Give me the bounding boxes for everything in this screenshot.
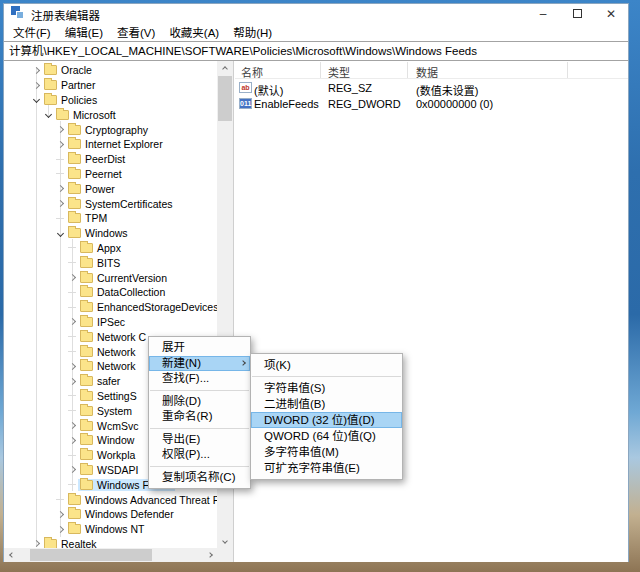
tree-item-windows-nt[interactable]: Windows NT xyxy=(4,522,217,537)
folder-icon xyxy=(80,465,93,475)
tree-item-windows[interactable]: Windows xyxy=(4,226,217,241)
context-menu-item-permissions[interactable]: 权限(P)... xyxy=(149,447,250,463)
scroll-right-icon[interactable] xyxy=(202,548,217,562)
value-name: EnableFeeds xyxy=(254,98,319,110)
chevron-right-icon[interactable] xyxy=(54,186,66,191)
context-menu-item-rename[interactable]: 重命名(R) xyxy=(149,409,250,425)
folder-icon xyxy=(44,95,57,105)
value-row-default[interactable]: ab(默认)REG_SZ(数值未设置) xyxy=(235,80,628,96)
chevron-right-icon[interactable] xyxy=(54,142,66,147)
column-divider[interactable] xyxy=(320,62,321,78)
menu-bar: 文件(F)编辑(E)查看(V)收藏夹(A)帮助(H) xyxy=(4,23,628,41)
tree-item-partner[interactable]: Partner xyxy=(4,78,217,93)
chevron-right-icon[interactable] xyxy=(66,275,78,280)
chevron-right-icon[interactable] xyxy=(30,83,42,88)
tree-item-policies[interactable]: Policies xyxy=(4,93,217,108)
chevron-right-icon[interactable] xyxy=(66,423,78,428)
tree-item-peernet[interactable]: Peernet xyxy=(4,167,217,182)
chevron-right-icon[interactable] xyxy=(66,467,78,472)
column-header-data[interactable]: 数据 xyxy=(416,64,438,80)
value-type: REG_SZ xyxy=(328,82,372,94)
chevron-right-icon[interactable] xyxy=(66,364,78,369)
chevron-down-icon[interactable] xyxy=(54,231,66,236)
tree-leaf-stub xyxy=(54,159,66,160)
chevron-right-icon[interactable] xyxy=(54,127,66,132)
submenu-item-string-value[interactable]: 字符串值(S) xyxy=(251,380,402,396)
folder-icon xyxy=(80,317,93,327)
folder-icon xyxy=(80,258,93,268)
submenu-item-dword-value[interactable]: DWORD (32 位)值(D) xyxy=(251,412,402,428)
context-menu-item-export[interactable]: 导出(E) xyxy=(149,432,250,448)
menubar-item-favorites[interactable]: 收藏夹(A) xyxy=(162,22,226,42)
tree-item-cryptography[interactable]: Cryptography xyxy=(4,122,217,137)
tree-leaf-stub xyxy=(54,173,66,174)
menubar-item-help[interactable]: 帮助(H) xyxy=(226,22,279,42)
chevron-right-icon[interactable] xyxy=(54,201,66,206)
tree-horizontal-scrollbar[interactable] xyxy=(4,548,217,562)
horizontal-scroll-thumb[interactable] xyxy=(30,549,152,561)
column-divider[interactable] xyxy=(567,62,568,78)
menubar-item-file[interactable]: 文件(F) xyxy=(6,22,58,42)
chevron-right-icon[interactable] xyxy=(66,379,78,384)
column-header-name[interactable]: 名称 xyxy=(241,64,263,80)
tree-item-power[interactable]: Power xyxy=(4,181,217,196)
submenu-item-qword-value[interactable]: QWORD (64 位)值(Q) xyxy=(251,428,402,444)
minimize-button[interactable]: – xyxy=(526,4,560,23)
tree-leaf-stub xyxy=(66,247,78,248)
tree-leaf-stub xyxy=(66,307,78,308)
tree-item-datacollection[interactable]: DataCollection xyxy=(4,285,217,300)
tree-item-appx[interactable]: Appx xyxy=(4,241,217,256)
submenu-item-expandable-string-value[interactable]: 可扩充字符串值(E) xyxy=(251,460,402,476)
context-menu-item-expand[interactable]: 展开 xyxy=(149,340,250,356)
chevron-right-icon[interactable] xyxy=(30,68,42,73)
menubar-item-edit[interactable]: 编辑(E) xyxy=(58,22,110,42)
menu-separator xyxy=(150,428,249,429)
chevron-right-icon[interactable] xyxy=(54,512,66,517)
tree-item-microsoft[interactable]: Microsoft xyxy=(4,107,217,122)
chevron-down-icon[interactable] xyxy=(30,97,42,102)
menubar-item-view[interactable]: 查看(V) xyxy=(110,22,162,42)
window-title: 注册表编辑器 xyxy=(31,7,100,23)
tree-item-windows-defender[interactable]: Windows Defender xyxy=(4,507,217,522)
chevron-down-icon[interactable] xyxy=(42,112,54,117)
context-menu-item-find[interactable]: 查找(F)... xyxy=(149,371,250,387)
chevron-right-icon[interactable] xyxy=(30,541,42,546)
chevron-right-icon[interactable] xyxy=(54,527,66,532)
context-menu-item-new[interactable]: 新建(N) xyxy=(149,356,250,372)
tree-item-systemcertificates[interactable]: SystemCertificates xyxy=(4,196,217,211)
tree-item-oracle[interactable]: Oracle xyxy=(4,63,217,78)
column-header-type[interactable]: 类型 xyxy=(328,64,350,80)
submenu-arrow-icon xyxy=(240,360,246,366)
scroll-down-icon[interactable] xyxy=(217,533,233,548)
context-menu-item-copy-key-name[interactable]: 复制项名称(C) xyxy=(149,470,250,486)
submenu-item-key[interactable]: 项(K) xyxy=(251,357,402,373)
maximize-button[interactable] xyxy=(560,4,594,23)
submenu-item-binary-value[interactable]: 二进制值(B) xyxy=(251,396,402,412)
tree-item-enhancedstoragedevices[interactable]: EnhancedStorageDevices xyxy=(4,300,217,315)
tree-item-label: System xyxy=(93,405,135,417)
tree-item-tpm[interactable]: TPM xyxy=(4,211,217,226)
tree-item-currentversion[interactable]: CurrentVersion xyxy=(4,270,217,285)
tree-item-windows-advanced-threat-prot[interactable]: Windows Advanced Threat Prot xyxy=(4,492,217,507)
tree-item-label: Windows xyxy=(81,227,131,239)
tree-item-peerdist[interactable]: PeerDist xyxy=(4,152,217,167)
scroll-left-icon[interactable] xyxy=(4,548,19,562)
tree-item-ipsec[interactable]: IPSec xyxy=(4,315,217,330)
folder-icon xyxy=(68,154,81,164)
folder-icon xyxy=(56,110,69,120)
chevron-right-icon[interactable] xyxy=(66,319,78,324)
folder-icon xyxy=(68,184,81,194)
address-bar[interactable]: 计算机\HKEY_LOCAL_MACHINE\SOFTWARE\Policies… xyxy=(4,41,628,61)
context-menu-item-delete[interactable]: 删除(D) xyxy=(149,394,250,410)
close-button[interactable]: ✕ xyxy=(594,4,628,23)
tree-item-internet-explorer[interactable]: Internet Explorer xyxy=(4,137,217,152)
tree-leaf-stub xyxy=(66,410,78,411)
value-row-enablefeeds[interactable]: 011EnableFeedsREG_DWORD0x00000000 (0) xyxy=(235,96,628,112)
vertical-scroll-thumb[interactable] xyxy=(218,76,232,121)
tree-item-bits[interactable]: BITS xyxy=(4,255,217,270)
column-divider[interactable] xyxy=(407,62,408,78)
submenu-item-multi-string-value[interactable]: 多字符串值(M) xyxy=(251,444,402,460)
tree-item-label: BITS xyxy=(93,257,123,269)
scroll-up-icon[interactable] xyxy=(217,61,233,76)
chevron-right-icon[interactable] xyxy=(66,438,78,443)
